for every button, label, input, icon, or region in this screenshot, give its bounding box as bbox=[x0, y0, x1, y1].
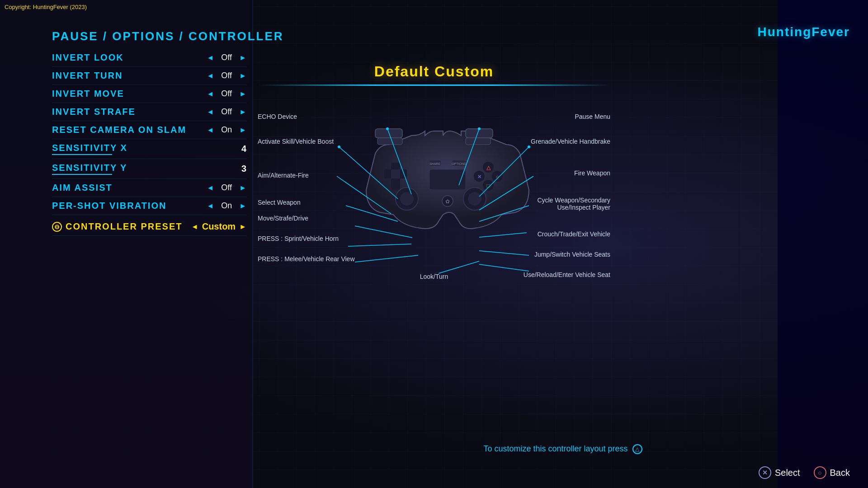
svg-rect-2 bbox=[377, 138, 402, 145]
per-shot-label: PER-SHOT VIBRATION bbox=[52, 201, 166, 211]
label-cycle-weapon: Cycle Weapon/Secondary Use/Inspect Playe… bbox=[520, 197, 610, 211]
controller-title: Default Custom bbox=[258, 63, 610, 80]
reset-camera-value[interactable]: ◄ On ► bbox=[207, 125, 246, 135]
svg-rect-23 bbox=[429, 169, 466, 190]
svg-line-27 bbox=[459, 129, 479, 185]
per-shot-left-arrow[interactable]: ◄ bbox=[207, 202, 214, 210]
svg-rect-4 bbox=[391, 163, 400, 190]
label-crouch: Crouch/Trade/Exit Vehicle bbox=[538, 230, 610, 238]
invert-turn-left-arrow[interactable]: ◄ bbox=[207, 72, 214, 80]
preset-right-arrow[interactable]: ► bbox=[239, 223, 246, 231]
svg-line-35 bbox=[479, 233, 527, 237]
back-button[interactable]: ○ Back bbox=[814, 466, 850, 479]
invert-look-label: INVERT LOOK bbox=[52, 52, 124, 63]
menu-item-controller-preset[interactable]: ⊖ CONTROLLER PRESET ◄ Custom ► bbox=[52, 218, 246, 236]
controller-preset-label: CONTROLLER PRESET bbox=[66, 221, 182, 232]
invert-strafe-left-arrow[interactable]: ◄ bbox=[207, 108, 214, 116]
invert-look-right-arrow[interactable]: ► bbox=[239, 54, 246, 62]
svg-line-32 bbox=[346, 206, 398, 221]
svg-text:OPTIONS: OPTIONS bbox=[452, 162, 466, 165]
reset-camera-left-arrow[interactable]: ◄ bbox=[207, 126, 214, 134]
aim-assist-label: AIM ASSIST bbox=[52, 183, 113, 193]
svg-text:SHARE: SHARE bbox=[429, 162, 440, 165]
svg-point-14 bbox=[483, 180, 494, 191]
invert-move-value[interactable]: ◄ Off ► bbox=[207, 89, 246, 99]
invert-move-right-arrow[interactable]: ► bbox=[239, 90, 246, 98]
per-shot-val: On bbox=[217, 201, 236, 211]
select-button[interactable]: ✕ Select bbox=[759, 466, 800, 479]
menu-item-invert-look[interactable]: INVERT LOOK ◄ Off ► bbox=[52, 49, 246, 67]
label-pause-menu: Pause Menu bbox=[575, 113, 610, 120]
svg-line-39 bbox=[479, 264, 529, 271]
reset-camera-right-arrow[interactable]: ► bbox=[239, 126, 246, 134]
sensitivity-y-val: 3 bbox=[241, 164, 246, 174]
aim-assist-value[interactable]: ◄ Off ► bbox=[207, 183, 246, 192]
svg-line-37 bbox=[479, 251, 529, 255]
invert-turn-value[interactable]: ◄ Off ► bbox=[207, 71, 246, 80]
invert-turn-val: Off bbox=[217, 71, 236, 80]
svg-line-29 bbox=[479, 147, 529, 197]
triangle-button-icon: △ bbox=[632, 444, 642, 454]
svg-rect-3 bbox=[466, 138, 491, 145]
back-label: Back bbox=[830, 468, 850, 478]
brand-text: HuntingFever bbox=[758, 25, 850, 39]
controller-preset-value[interactable]: ◄ Custom ► bbox=[191, 221, 246, 232]
invert-move-label: INVERT MOVE bbox=[52, 89, 124, 99]
aim-assist-right-arrow[interactable]: ► bbox=[239, 184, 246, 192]
menu-item-sensitivity-x[interactable]: SENSITIVITY X 4 bbox=[52, 139, 246, 159]
svg-text:□: □ bbox=[486, 183, 490, 189]
invert-turn-label: INVERT TURN bbox=[52, 70, 123, 81]
svg-point-44 bbox=[528, 145, 530, 148]
menu-item-invert-turn[interactable]: INVERT TURN ◄ Off ► bbox=[52, 67, 246, 85]
preset-left-arrow[interactable]: ◄ bbox=[191, 223, 198, 231]
menu-item-reset-camera[interactable]: RESET CAMERA ON SLAM ◄ On ► bbox=[52, 121, 246, 139]
svg-text:○: ○ bbox=[496, 174, 499, 179]
breadcrumb: PAUSE / OPTIONS / CONTROLLER bbox=[52, 29, 284, 43]
title-divider bbox=[258, 84, 610, 86]
invert-move-val: Off bbox=[217, 89, 236, 99]
aim-assist-left-arrow[interactable]: ◄ bbox=[207, 184, 214, 192]
svg-point-7 bbox=[396, 188, 418, 210]
label-move: Move/Strafe/Drive bbox=[258, 215, 308, 222]
per-shot-value[interactable]: ◄ On ► bbox=[207, 201, 246, 211]
svg-rect-21 bbox=[452, 160, 466, 166]
label-jump: Jump/Switch Vehicle Seats bbox=[534, 251, 610, 258]
bottom-navigation: ✕ Select ○ Back bbox=[759, 466, 850, 479]
menu-item-aim-assist[interactable]: AIM ASSIST ◄ Off ► bbox=[52, 179, 246, 197]
invert-look-value[interactable]: ◄ Off ► bbox=[207, 53, 246, 62]
label-look-turn: Look/Turn bbox=[420, 273, 448, 280]
svg-line-26 bbox=[387, 129, 411, 194]
preset-val: Custom bbox=[202, 221, 236, 232]
svg-rect-5 bbox=[384, 169, 407, 178]
sensitivity-y-value[interactable]: 3 bbox=[241, 164, 246, 174]
svg-point-43 bbox=[338, 145, 340, 148]
per-shot-right-arrow[interactable]: ► bbox=[239, 202, 246, 210]
menu-item-invert-move[interactable]: INVERT MOVE ◄ Off ► bbox=[52, 85, 246, 103]
svg-text:△: △ bbox=[486, 164, 491, 171]
aim-assist-val: Off bbox=[217, 183, 236, 192]
svg-point-42 bbox=[478, 127, 481, 130]
label-select-weapon: Select Weapon bbox=[258, 199, 301, 206]
invert-strafe-right-arrow[interactable]: ► bbox=[239, 108, 246, 116]
menu-item-invert-strafe[interactable]: INVERT STRAFE ◄ Off ► bbox=[52, 103, 246, 121]
invert-move-left-arrow[interactable]: ◄ bbox=[207, 90, 214, 98]
controller-area: Default Custom bbox=[258, 63, 610, 325]
invert-turn-right-arrow[interactable]: ► bbox=[239, 72, 246, 80]
svg-line-34 bbox=[348, 244, 411, 246]
label-melee: PRESS : Melee/Vehicle Rear View bbox=[258, 255, 355, 263]
menu-item-sensitivity-y[interactable]: SENSITIVITY Y 3 bbox=[52, 159, 246, 179]
svg-line-38 bbox=[355, 255, 418, 262]
svg-line-36 bbox=[355, 226, 412, 238]
customize-hint: To customize this controller layout pres… bbox=[258, 444, 868, 454]
svg-rect-6 bbox=[391, 169, 400, 178]
settings-menu: INVERT LOOK ◄ Off ► INVERT TURN ◄ Off ► … bbox=[52, 49, 246, 236]
label-grenade: Grenade/Vehicle Handbrake bbox=[531, 138, 610, 145]
label-sprint: PRESS : Sprint/Vehicle Horn bbox=[258, 235, 339, 242]
sensitivity-x-value[interactable]: 4 bbox=[241, 144, 246, 154]
menu-item-per-shot-vibration[interactable]: PER-SHOT VIBRATION ◄ On ► bbox=[52, 197, 246, 215]
invert-look-left-arrow[interactable]: ◄ bbox=[207, 54, 214, 62]
svg-point-9 bbox=[463, 188, 486, 210]
x-button-icon: ✕ bbox=[759, 466, 771, 479]
invert-strafe-value[interactable]: ◄ Off ► bbox=[207, 107, 246, 117]
svg-line-40 bbox=[439, 261, 479, 273]
